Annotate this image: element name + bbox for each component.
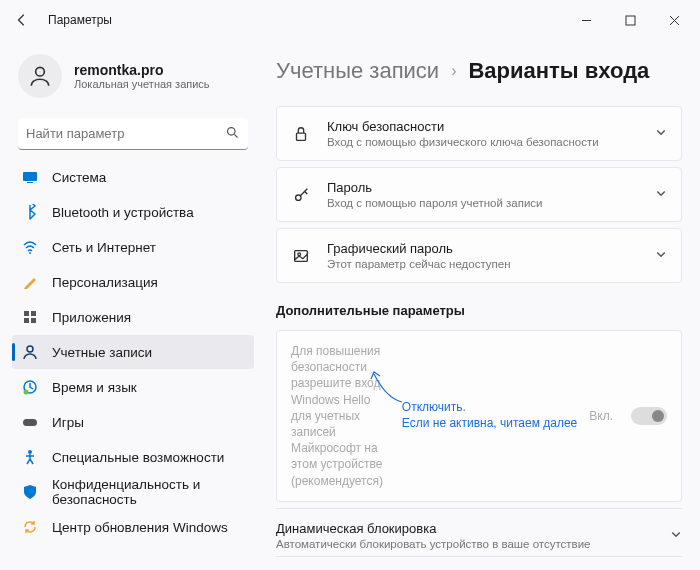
option-title: Ключ безопасности xyxy=(327,119,639,134)
chevron-down-icon xyxy=(670,528,682,543)
dynamic-subtitle: Автоматически блокировать устройство в в… xyxy=(276,538,658,550)
sidebar-item-time[interactable]: Время и язык xyxy=(12,370,254,404)
sidebar-item-label: Специальные возможности xyxy=(52,450,224,465)
wifi-icon xyxy=(22,239,38,255)
toggle-label: Вкл. xyxy=(589,409,613,423)
bluetooth-icon xyxy=(22,204,38,220)
option-subtitle: Этот параметр сейчас недоступен xyxy=(327,258,639,270)
signin-option-key[interactable]: ПарольВход с помощью пароля учетной запи… xyxy=(276,167,682,222)
personalize-icon xyxy=(22,274,38,290)
chevron-down-icon xyxy=(655,248,667,263)
svg-point-5 xyxy=(29,252,31,254)
privacy-icon xyxy=(22,484,38,500)
chevron-down-icon xyxy=(655,126,667,141)
sidebar-item-bluetooth[interactable]: Bluetooth и устройства xyxy=(12,195,254,229)
sidebar-item-label: Bluetooth и устройства xyxy=(52,205,194,220)
svg-rect-8 xyxy=(24,318,29,323)
svg-point-1 xyxy=(36,67,45,76)
sidebar-item-label: Приложения xyxy=(52,310,131,325)
svg-rect-0 xyxy=(626,16,635,25)
search-icon xyxy=(225,125,240,143)
sidebar-item-apps[interactable]: Приложения xyxy=(12,300,254,334)
sidebar-item-privacy[interactable]: Конфиденциальность и безопасность xyxy=(12,475,254,509)
sidebar-item-label: Персонализация xyxy=(52,275,158,290)
games-icon xyxy=(22,414,38,430)
hello-description: Для повышения безопасности разрешите вхо… xyxy=(291,343,390,489)
accessibility-icon xyxy=(22,449,38,465)
system-icon xyxy=(22,169,38,185)
minimize-button[interactable] xyxy=(564,2,608,38)
hello-toggle[interactable] xyxy=(631,407,667,425)
dynamic-lock-row[interactable]: Динамическая блокировка Автоматически бл… xyxy=(276,508,682,556)
profile-name: remontka.pro xyxy=(74,62,210,78)
autosave-row[interactable]: Автоматически сохранять мои перезапускае… xyxy=(276,556,682,570)
svg-point-10 xyxy=(27,346,33,352)
breadcrumb-parent[interactable]: Учетные записи xyxy=(276,58,439,84)
svg-point-14 xyxy=(28,450,32,454)
chevron-down-icon xyxy=(655,187,667,202)
option-title: Пароль xyxy=(327,180,639,195)
option-subtitle: Вход с помощью пароля учетной записи xyxy=(327,197,639,209)
svg-rect-4 xyxy=(27,182,33,183)
svg-rect-3 xyxy=(23,172,37,181)
avatar-icon xyxy=(18,54,62,98)
time-icon xyxy=(22,379,38,395)
sidebar-item-label: Время и язык xyxy=(52,380,137,395)
sidebar-item-accessibility[interactable]: Специальные возможности xyxy=(12,440,254,474)
search-input[interactable] xyxy=(26,126,225,141)
sidebar-item-games[interactable]: Игры xyxy=(12,405,254,439)
window-title: Параметры xyxy=(48,13,112,27)
sidebar-item-wifi[interactable]: Сеть и Интернет xyxy=(12,230,254,264)
signin-option-picture[interactable]: Графический парольЭтот параметр сейчас н… xyxy=(276,228,682,283)
svg-rect-13 xyxy=(23,419,37,426)
sidebar-item-label: Центр обновления Windows xyxy=(52,520,228,535)
option-title: Графический пароль xyxy=(327,241,639,256)
accounts-icon xyxy=(22,344,38,360)
sidebar-item-update[interactable]: Центр обновления Windows xyxy=(12,510,254,544)
svg-point-2 xyxy=(228,127,236,135)
key-icon xyxy=(291,186,311,204)
signin-option-lock[interactable]: Ключ безопасностиВход с помощью физическ… xyxy=(276,106,682,161)
sidebar-item-system[interactable]: Система xyxy=(12,160,254,194)
svg-rect-15 xyxy=(297,133,306,140)
maximize-button[interactable] xyxy=(608,2,652,38)
option-subtitle: Вход с помощью физического ключа безопас… xyxy=(327,136,639,148)
sidebar-item-label: Конфиденциальность и безопасность xyxy=(52,477,244,507)
profile-subtitle: Локальная учетная запись xyxy=(74,78,210,90)
apps-icon xyxy=(22,309,38,325)
sidebar-item-label: Игры xyxy=(52,415,84,430)
profile-block[interactable]: remontka.pro Локальная учетная запись xyxy=(12,40,254,114)
sidebar-item-label: Система xyxy=(52,170,106,185)
content-area: Учетные записи › Варианты входа Ключ без… xyxy=(258,40,700,570)
svg-point-18 xyxy=(298,252,301,255)
breadcrumb-current: Варианты входа xyxy=(468,58,649,84)
chevron-right-icon: › xyxy=(451,62,456,80)
sidebar-item-label: Учетные записи xyxy=(52,345,152,360)
lock-icon xyxy=(291,125,311,143)
svg-rect-7 xyxy=(31,311,36,316)
sidebar: remontka.pro Локальная учетная запись Си… xyxy=(0,40,258,570)
sidebar-item-accounts[interactable]: Учетные записи xyxy=(12,335,254,369)
breadcrumb: Учетные записи › Варианты входа xyxy=(276,58,682,84)
picture-icon xyxy=(291,247,311,265)
search-box[interactable] xyxy=(18,118,248,150)
svg-point-12 xyxy=(24,390,29,395)
close-button[interactable] xyxy=(652,2,696,38)
sidebar-item-label: Сеть и Интернет xyxy=(52,240,156,255)
update-icon xyxy=(22,519,38,535)
sidebar-item-personalize[interactable]: Персонализация xyxy=(12,265,254,299)
svg-rect-6 xyxy=(24,311,29,316)
additional-header: Дополнительные параметры xyxy=(276,303,682,318)
windows-hello-setting: Для повышения безопасности разрешите вхо… xyxy=(276,330,682,502)
back-button[interactable] xyxy=(4,2,40,38)
dynamic-title: Динамическая блокировка xyxy=(276,521,658,536)
svg-rect-9 xyxy=(31,318,36,323)
annotation-text: Отключить. Если не активна, читаем далее xyxy=(402,400,577,431)
